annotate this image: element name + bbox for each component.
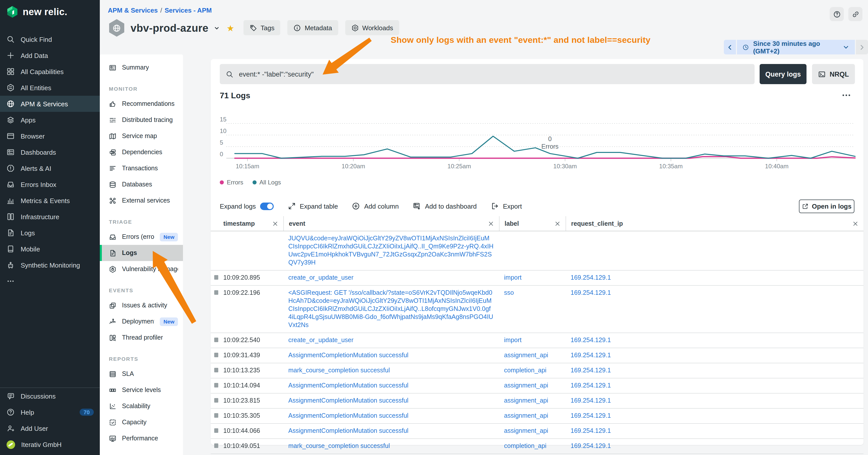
subnav-item-vulnerability-management[interactable]: Vulnerability Management xyxy=(100,261,183,277)
ip-link[interactable]: 169.254.129.1 xyxy=(570,274,611,281)
sidebar-item-mobile[interactable]: Mobile xyxy=(0,241,100,257)
sidebar-item-add-data[interactable]: Add Data xyxy=(0,47,100,64)
ip-link[interactable]: 169.254.129.1 xyxy=(570,352,611,359)
subnav-item-errors-errors-inb[interactable]: Errors (errors inb...New xyxy=(100,229,183,245)
subnav-item-logs[interactable]: Logs xyxy=(100,245,183,261)
column-header-timestamp[interactable]: timestamp xyxy=(211,216,283,231)
close-icon[interactable] xyxy=(488,221,494,227)
workloads-button[interactable]: Workloads xyxy=(345,20,399,35)
sidebar-item-all-entities[interactable]: All Entities xyxy=(0,79,100,96)
row-handle-icon[interactable] xyxy=(214,353,218,357)
table-row[interactable]: 10:10:35.305AssignmentCompletionMutation… xyxy=(211,409,864,424)
sidebar-item-dashboards[interactable]: Dashboards xyxy=(0,144,100,160)
table-row[interactable]: 10:10:44.066AssignmentCompletionMutation… xyxy=(211,424,864,439)
row-handle-icon[interactable] xyxy=(214,337,218,342)
nrql-button[interactable]: NRQL xyxy=(812,64,855,84)
row-handle-icon[interactable] xyxy=(214,444,218,448)
event-link[interactable]: AssignmentCompletionMutation successful xyxy=(288,412,408,419)
event-link[interactable]: create_or_update_user xyxy=(288,336,353,344)
subnav-item-performance[interactable]: Performance xyxy=(100,430,183,447)
sidebar-item-infrastructure[interactable]: Infrastructure xyxy=(0,208,100,225)
subnav-item-thread-profiler[interactable]: Thread profiler xyxy=(100,329,183,346)
help-circle-button[interactable] xyxy=(830,7,844,21)
subnav-item-service-levels[interactable]: Service levels xyxy=(100,382,183,398)
label-link[interactable]: assignment_api xyxy=(504,427,548,434)
row-handle-icon[interactable] xyxy=(214,383,218,388)
event-link[interactable]: mark_course_completion successful xyxy=(288,443,390,450)
toggle-on-icon[interactable] xyxy=(260,202,274,210)
entity-dropdown-chevron-icon[interactable] xyxy=(214,25,219,31)
column-header-event[interactable]: event xyxy=(283,216,499,231)
event-link[interactable]: JUQVU&code=eyJraWQiOiJjcGltY29yZV8wOTI1M… xyxy=(288,235,494,266)
sidebar-footer-discussions[interactable]: Discussions xyxy=(0,388,100,404)
label-link[interactable]: assignment_api xyxy=(504,352,548,359)
sidebar-item-more[interactable] xyxy=(0,273,100,289)
label-link[interactable]: import xyxy=(504,336,522,344)
column-header-request-client-ip[interactable]: request_client_ip xyxy=(565,216,864,231)
table-row[interactable]: 10:09:20.895create_or_update_userimport1… xyxy=(211,270,864,286)
sidebar-item-alerts-ai[interactable]: Alerts & AI xyxy=(0,160,100,176)
sidebar-footer-add-user[interactable]: Add User xyxy=(0,420,100,436)
event-link[interactable]: AssignmentCompletionMutation successful xyxy=(288,352,408,359)
label-link[interactable]: sso xyxy=(504,289,514,296)
row-handle-icon[interactable] xyxy=(214,428,218,433)
ip-link[interactable]: 169.254.129.1 xyxy=(570,443,611,450)
subnav-item-databases[interactable]: Databases xyxy=(100,176,183,193)
open-in-logs-button[interactable]: Open in logs xyxy=(799,199,855,213)
add-column-button[interactable]: Add column xyxy=(352,202,399,210)
column-header-label[interactable]: label xyxy=(499,216,565,231)
row-handle-icon[interactable] xyxy=(214,413,218,418)
breadcrumb-link-services[interactable]: Services - APM xyxy=(164,6,212,14)
label-link[interactable]: assignment_api xyxy=(504,382,548,389)
label-link[interactable]: completion_api xyxy=(504,367,547,374)
clear-query-icon[interactable] xyxy=(741,70,748,78)
table-row[interactable]: 10:10:49.051mark_course_completion succe… xyxy=(211,439,864,454)
new-relic-logo[interactable]: new relic. xyxy=(6,5,67,18)
subnav-item-external-services[interactable]: External services xyxy=(100,193,183,208)
event-link[interactable]: AssignmentCompletionMutation successful xyxy=(288,427,408,434)
subnav-item-transactions[interactable]: Transactions xyxy=(100,160,183,176)
sidebar-item-all-capabilities[interactable]: All Capabilities xyxy=(0,64,100,79)
ip-link[interactable]: 169.254.129.1 xyxy=(570,427,611,434)
subnav-item-dependencies[interactable]: Dependencies xyxy=(100,144,183,160)
ip-link[interactable]: 169.254.129.1 xyxy=(570,336,611,344)
ip-link[interactable]: 169.254.129.1 xyxy=(570,412,611,419)
subnav-item-recommendations[interactable]: Recommendations xyxy=(100,96,183,112)
label-link[interactable]: import xyxy=(504,274,522,281)
label-link[interactable]: assignment_api xyxy=(504,397,548,404)
table-row[interactable]: 10:10:14.094AssignmentCompletionMutation… xyxy=(211,379,864,393)
label-link[interactable]: assignment_api xyxy=(504,412,548,419)
subnav-item-sla[interactable]: SLA xyxy=(100,366,183,382)
subnav-item-deployments[interactable]: DeploymentsNew xyxy=(100,314,183,329)
chart-options-menu[interactable] xyxy=(839,90,854,100)
export-button[interactable]: Export xyxy=(491,202,522,210)
entity-title[interactable]: vbv-prod-azure xyxy=(130,22,209,34)
table-row[interactable]: 10:09:31.439AssignmentCompletionMutation… xyxy=(211,348,864,363)
subnav-item-service-map[interactable]: Service map xyxy=(100,128,183,144)
table-row[interactable]: 10:10:23.815AssignmentCompletionMutation… xyxy=(211,393,864,409)
event-link[interactable]: <ASGIRequest: GET '/sso/callback/?state=… xyxy=(288,289,493,328)
add-to-dashboard-button[interactable]: Add to dashboard xyxy=(413,202,476,210)
subnav-item-scalability[interactable]: Scalability xyxy=(100,398,183,414)
favorite-star-icon[interactable]: ★ xyxy=(226,23,235,33)
sidebar-item-apm-services[interactable]: APM & Services xyxy=(0,96,100,112)
table-row[interactable]: 10:09:22.540create_or_update_userimport1… xyxy=(211,333,864,348)
row-handle-icon[interactable] xyxy=(214,275,218,280)
sidebar-item-synthetic-monitoring[interactable]: Synthetic Monitoring xyxy=(0,257,100,273)
time-picker-next-button[interactable] xyxy=(856,40,868,55)
sidebar-item-apps[interactable]: Apps xyxy=(0,112,100,128)
close-icon[interactable] xyxy=(555,221,560,227)
close-icon[interactable] xyxy=(852,221,859,227)
legend-item-errors[interactable]: Errors xyxy=(220,179,243,186)
subnav-item-issues-activity[interactable]: Issues & activity xyxy=(100,297,183,314)
sidebar-item-browser[interactable]: Browser xyxy=(0,128,100,144)
subnav-item-summary[interactable]: Summary xyxy=(100,60,183,75)
copy-link-button[interactable] xyxy=(848,7,863,21)
event-link[interactable]: AssignmentCompletionMutation successful xyxy=(288,382,408,389)
metadata-button[interactable]: Metadata xyxy=(287,20,338,35)
sidebar-footer-iterativ-gmbh[interactable]: Iterativ GmbH xyxy=(0,436,100,453)
time-picker-prev-button[interactable] xyxy=(724,40,736,55)
subnav-item-distributed-tracing[interactable]: Distributed tracing xyxy=(100,112,183,128)
event-link[interactable]: mark_course_completion successful xyxy=(288,367,390,374)
row-handle-icon[interactable] xyxy=(214,398,218,402)
